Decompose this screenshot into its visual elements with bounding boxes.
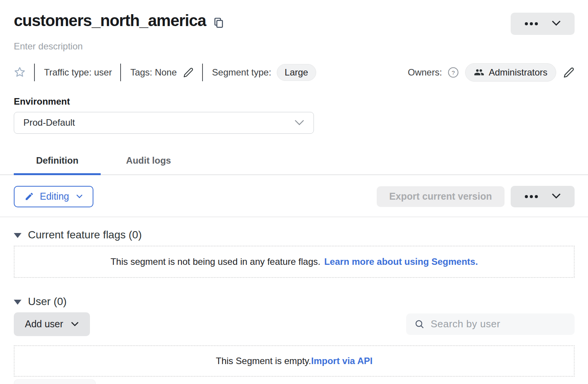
- user-search: [406, 313, 575, 335]
- chevron-down-icon: [76, 194, 83, 199]
- environment-label: Environment: [14, 96, 575, 107]
- user-section-header[interactable]: User (0): [14, 295, 575, 308]
- cutoff-element: [14, 379, 96, 384]
- search-by-user-input[interactable]: [430, 318, 567, 330]
- export-current-version-button[interactable]: Export current version: [377, 186, 505, 207]
- feature-flags-section-header[interactable]: Current feature flags (0): [14, 229, 575, 241]
- add-user-button[interactable]: Add user: [14, 312, 90, 336]
- tags-label: Tags: None: [130, 67, 176, 78]
- svg-text:?: ?: [451, 69, 454, 76]
- chevron-down-icon: [552, 20, 561, 27]
- definition-toolbar: Editing Export current version: [14, 186, 575, 207]
- segment-type-badge: Large: [277, 64, 316, 81]
- chevron-down-icon: [71, 322, 79, 327]
- divider: [120, 64, 121, 81]
- import-via-api-link[interactable]: Import via API: [311, 356, 372, 366]
- environment-select[interactable]: Prod-Default: [14, 112, 314, 134]
- learn-more-link[interactable]: Learn more about using Segments.: [324, 256, 478, 267]
- active-tab-underline: [14, 173, 101, 175]
- tab-definition-label: Definition: [36, 155, 78, 166]
- collapse-triangle-icon: [14, 300, 21, 305]
- tab-audit-logs-label: Audit logs: [126, 155, 171, 166]
- edit-owners-pencil-icon[interactable]: [563, 67, 575, 78]
- user-empty-state: This Segment is empty. Import via API: [14, 345, 575, 377]
- tab-bar: Definition Audit logs: [0, 148, 588, 175]
- divider: [34, 64, 35, 81]
- add-user-label: Add user: [25, 318, 63, 330]
- feature-flags-empty-text: This segment is not being used in any fe…: [111, 256, 320, 267]
- editing-label: Editing: [40, 191, 69, 202]
- header: customers_north_america: [14, 0, 575, 35]
- feature-flags-empty-state: This segment is not being used in any fe…: [14, 246, 575, 278]
- collapse-triangle-icon: [14, 233, 21, 238]
- chevron-down-icon: [552, 193, 561, 200]
- divider: [202, 64, 203, 81]
- definition-options-button[interactable]: [511, 186, 575, 207]
- description-placeholder[interactable]: Enter description: [14, 41, 575, 52]
- section-divider: [0, 217, 588, 217]
- tab-audit-logs[interactable]: Audit logs: [112, 148, 185, 174]
- owners-group: Owners: ? Administrators: [408, 63, 575, 82]
- environment-selected-value: Prod-Default: [23, 117, 75, 128]
- search-icon: [414, 319, 425, 330]
- segment-empty-text: This Segment is empty.: [216, 356, 311, 366]
- people-icon: [474, 67, 484, 77]
- owners-badge[interactable]: Administrators: [465, 63, 556, 82]
- meta-row: Traffic type: user Tags: None Segment ty…: [14, 63, 575, 82]
- favorite-star-icon[interactable]: [14, 66, 26, 78]
- ellipsis-icon: [525, 22, 538, 25]
- question-circle-icon[interactable]: ?: [448, 67, 459, 78]
- segment-options-button[interactable]: [511, 13, 575, 35]
- editing-mode-button[interactable]: Editing: [14, 186, 93, 207]
- edit-tags-pencil-icon[interactable]: [183, 67, 194, 78]
- chevron-down-icon: [294, 120, 304, 126]
- copy-icon[interactable]: [214, 17, 224, 31]
- segment-type-label: Segment type:: [212, 67, 271, 78]
- owners-label: Owners:: [408, 67, 442, 78]
- feature-flags-section-title: Current feature flags (0): [28, 229, 142, 241]
- owners-value: Administrators: [489, 67, 547, 78]
- user-toolbar: Add user: [14, 312, 575, 336]
- segment-detail-page: customers_north_america Enter descriptio…: [0, 0, 588, 377]
- traffic-type-label: Traffic type: user: [44, 67, 112, 78]
- pencil-icon: [24, 192, 34, 201]
- ellipsis-icon: [525, 195, 538, 198]
- page-title: customers_north_america: [14, 11, 206, 31]
- user-section-title: User (0): [28, 295, 67, 308]
- tab-definition[interactable]: Definition: [14, 148, 101, 174]
